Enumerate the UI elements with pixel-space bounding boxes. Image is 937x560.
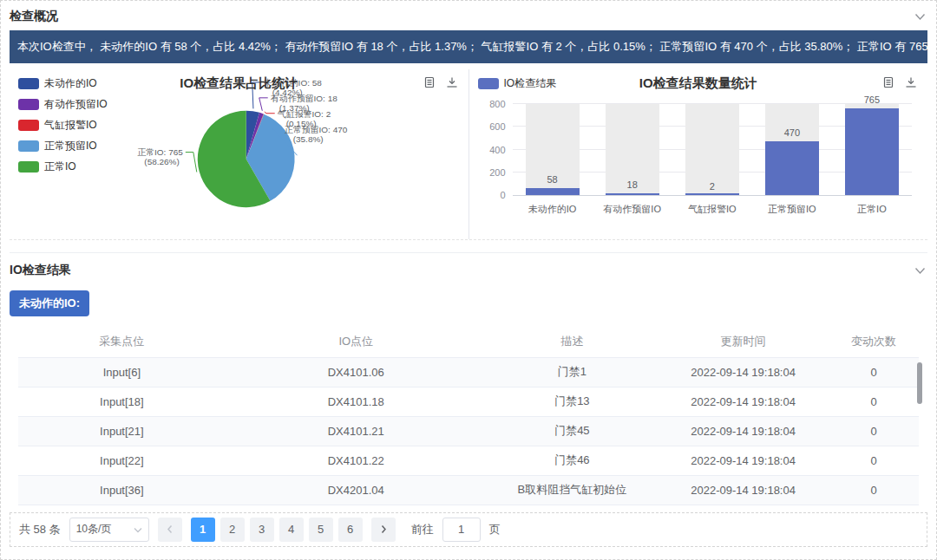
total-count-label: 共 58 条 (19, 522, 61, 537)
results-title: IO检查结果 (10, 263, 71, 278)
table-cell: B取料阻挡气缸初始位 (487, 475, 658, 505)
legend-item-气缸报警IO[interactable]: 气缸报警IO (18, 118, 108, 133)
results-table-wrap: 采集点位IO点位描述更新时间变动次数 Input[6]DX4101.06门禁12… (18, 326, 919, 505)
page-unit-label: 页 (489, 522, 501, 537)
page-button-2[interactable]: 2 (220, 518, 245, 542)
prev-page-button[interactable] (158, 518, 182, 542)
overview-header: 检查概况 (10, 3, 927, 30)
page-button-6[interactable]: 6 (338, 518, 363, 542)
page-button-5[interactable]: 5 (309, 518, 333, 542)
legend-swatch-icon (18, 161, 39, 173)
bar-气缸报警IO[interactable] (685, 193, 739, 195)
pie-label-line (186, 153, 197, 173)
bar-legend-swatch-icon (478, 78, 499, 89)
x-axis-label: 正常IO (822, 203, 922, 216)
table-cell: 0 (829, 446, 919, 475)
pie-chart-toolbox (423, 76, 458, 88)
table-cell: 0 (829, 416, 919, 446)
table-cell: 门禁45 (487, 416, 658, 446)
table-cell: DX4101.21 (226, 416, 487, 446)
table-cell: 2022-09-14 19:18:04 (658, 446, 829, 475)
table-row: Input[21]DX4101.21门禁452022-09-14 19:18:0… (18, 416, 919, 446)
pie-legend: 未动作的IO有动作预留IO气缸报警IO正常预留IO正常IO (18, 76, 108, 174)
page-size-select[interactable]: 10条/页 (69, 518, 149, 542)
results-collapse-chevron-icon[interactable] (913, 267, 927, 275)
table-cell: Input[18] (18, 387, 226, 416)
table-cell: 0 (829, 475, 919, 505)
legend-swatch-icon (18, 99, 39, 110)
pie-label: 未动作的IO: 58 (263, 78, 323, 88)
filter-chip[interactable]: 未动作的IO: (10, 290, 89, 316)
bar-column-正常IO: 765正常IO (832, 104, 912, 195)
bar-chart-toolbox (882, 76, 917, 88)
overview-title: 检查概况 (10, 9, 58, 24)
legend-item-label: 有动作预留IO (44, 97, 108, 112)
table-cell: DX4201.04 (226, 475, 487, 505)
data-view-icon[interactable] (882, 76, 894, 88)
pie-label-percent: (58.26%) (144, 157, 179, 166)
legend-item-label: 气缸报警IO (44, 118, 97, 133)
legend-swatch-icon (18, 78, 39, 89)
pie-chart-panel: 未动作的IO有动作预留IO气缸报警IO正常预留IO正常IO IO检查结果占比统计 (10, 69, 469, 239)
y-axis-tick-label: 400 (489, 145, 505, 155)
page-button-1[interactable]: 1 (191, 518, 215, 542)
select-arrow-icon (134, 524, 142, 536)
bar-正常IO[interactable] (845, 108, 899, 195)
table-cell: Input[36] (18, 475, 226, 505)
summary-banner: 本次IO检查中， 未动作的IO 有 58 个，占比 4.42%； 有动作预留IO… (10, 30, 927, 63)
vertical-scrollbar-thumb[interactable] (917, 362, 922, 404)
results-table: 采集点位IO点位描述更新时间变动次数 Input[6]DX4101.06门禁12… (18, 326, 919, 505)
bar-columns: 58未动作的IO18有动作预留IO2气缸报警IO470正常预留IO765正常IO (513, 104, 913, 195)
table-cell: 门禁46 (487, 446, 658, 475)
goto-page-input[interactable] (442, 518, 481, 542)
table-cell: 2022-09-14 19:18:04 (658, 475, 829, 505)
column-header-描述: 描述 (487, 326, 658, 357)
table-cell: 0 (829, 387, 919, 416)
column-header-变动次数: 变动次数 (829, 326, 919, 357)
bar-legend-label: IO检查结果 (504, 76, 557, 91)
legend-item-label: 正常IO (44, 160, 76, 174)
charts-row: 未动作的IO有动作预留IO气缸报警IO正常预留IO正常IO IO检查结果占比统计 (10, 69, 927, 240)
goto-label: 前往 (411, 522, 434, 537)
column-header-更新时间: 更新时间 (658, 326, 829, 357)
data-view-icon[interactable] (423, 76, 436, 88)
bar-legend[interactable]: IO检查结果 (478, 76, 557, 91)
pie-label: 有动作预留IO: 18 (271, 94, 337, 103)
table-cell: DX4101.06 (226, 357, 487, 387)
legend-item-正常IO[interactable]: 正常IO (18, 160, 108, 174)
table-cell: DX4101.22 (226, 446, 487, 475)
bar-value-label: 58 (513, 174, 593, 185)
next-page-button[interactable] (371, 518, 396, 542)
bar-有动作预留IO[interactable] (606, 193, 659, 195)
bar-value-label: 470 (752, 127, 832, 138)
download-icon[interactable] (905, 76, 917, 88)
legend-item-未动作的IO[interactable]: 未动作的IO (18, 76, 108, 91)
table-cell: 门禁1 (487, 357, 658, 387)
page-buttons: 123456 (191, 518, 363, 542)
table-cell: 2022-09-14 19:18:04 (658, 416, 829, 446)
legend-item-正常预留IO[interactable]: 正常预留IO (18, 139, 108, 153)
pie-label-line (265, 112, 275, 114)
pie-label-percent: (35.8%) (293, 134, 324, 144)
legend-swatch-icon (18, 120, 39, 131)
legend-item-label: 未动作的IO (44, 76, 97, 91)
pie-label: 正常预留IO: 470 (285, 125, 348, 134)
results-header: IO检查结果 (10, 257, 927, 284)
page-button-3[interactable]: 3 (250, 518, 274, 542)
bar-未动作的IO[interactable] (526, 188, 580, 195)
legend-item-有动作预留IO[interactable]: 有动作预留IO (18, 97, 108, 112)
table-body: Input[6]DX4101.06门禁12022-09-14 19:18:040… (18, 357, 919, 505)
bar-正常预留IO[interactable] (765, 141, 819, 195)
overview-collapse-chevron-icon[interactable] (913, 13, 927, 21)
page-button-4[interactable]: 4 (279, 518, 304, 542)
bar-value-label: 2 (672, 181, 752, 192)
pie-label-line (252, 82, 261, 108)
download-icon[interactable] (446, 76, 458, 88)
pagination-bar: 共 58 条 10条/页 123456 前往 页 (10, 512, 927, 547)
table-cell: 门禁13 (487, 387, 658, 416)
table-head: 采集点位IO点位描述更新时间变动次数 (18, 326, 919, 357)
table-header-row: 采集点位IO点位描述更新时间变动次数 (18, 326, 919, 357)
table-row: Input[22]DX4101.22门禁462022-09-14 19:18:0… (18, 446, 919, 475)
y-axis-tick-label: 600 (489, 121, 505, 132)
table-row: Input[36]DX4201.04B取料阻挡气缸初始位2022-09-14 1… (18, 475, 919, 505)
